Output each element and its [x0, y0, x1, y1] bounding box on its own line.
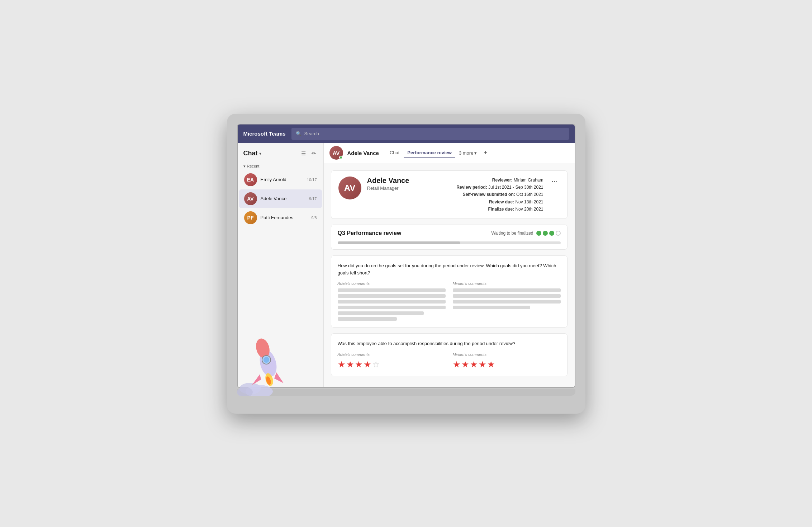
tab-more-label: 3 more	[459, 150, 473, 156]
contact-name-emily: Emily Arnold	[261, 177, 303, 182]
contact-list: EA Emily Arnold 10/17 AV Adele Vance 9/1…	[238, 170, 323, 387]
tab-chat[interactable]: Chat	[386, 148, 403, 158]
star-1: ★	[453, 359, 461, 370]
text-line	[338, 294, 446, 298]
review-period-value: Jul 1st 2021 - Sep 30th 2021	[488, 185, 543, 190]
miriam-comments-col-2: Miriam's comments ★ ★ ★ ★ ★	[453, 352, 561, 370]
miriam-stars: ★ ★ ★ ★ ★	[453, 359, 561, 370]
svg-point-2	[237, 387, 253, 388]
laptop-screen: Microsoft Teams 🔍 Search Chat ▾ ☰ ✏	[237, 124, 575, 388]
chat-title: Chat	[243, 150, 258, 157]
search-icon: 🔍	[296, 131, 301, 136]
person-card-name: Adele Vance	[367, 177, 451, 185]
search-placeholder: Search	[304, 131, 319, 136]
text-line	[338, 300, 446, 304]
adele-label-2: Adele's comments	[338, 352, 446, 357]
miriam-label-1: Miriam's comments	[453, 281, 561, 286]
question-1-section: How did you do on the goals set for you …	[331, 255, 568, 328]
person-card: AV Adele Vance Retail Manager Reviewer: …	[331, 170, 568, 219]
contact-item-patti[interactable]: PF Patti Fernandes 9/8	[239, 208, 322, 227]
review-due-label: Review due:	[489, 199, 514, 204]
text-line	[453, 300, 561, 304]
star-3: ★	[470, 359, 478, 370]
status-dot-4	[556, 231, 561, 236]
reviewer-line: Reviewer: Miriam Graham	[456, 177, 543, 184]
star-5: ★	[487, 359, 495, 370]
chevron-down-icon[interactable]: ▾	[259, 151, 261, 156]
progress-bar	[338, 241, 561, 244]
content-area: AV Adele Vance Chat Performance review 3…	[324, 143, 575, 387]
miriam-label-2: Miriam's comments	[453, 352, 561, 357]
adele-stars: ★ ★ ★ ★ ☆	[338, 359, 446, 370]
miriam-text-lines-1	[453, 288, 561, 309]
q3-status-label: Waiting to be finalized	[492, 231, 533, 236]
self-review-label: Self-review submitted on:	[463, 192, 515, 197]
compose-button[interactable]: ✏	[310, 149, 318, 158]
contact-item-adele[interactable]: AV Adele Vance 9/17	[239, 189, 322, 208]
question-1-text: How did you do on the goals set for you …	[338, 262, 561, 276]
star-2: ★	[461, 359, 469, 370]
sidebar-header: Chat ▾ ☰ ✏	[238, 143, 323, 161]
star-5: ☆	[372, 359, 380, 370]
tab-add-button[interactable]: +	[480, 148, 490, 158]
recent-section-label: ▾ Recent	[238, 161, 323, 170]
star-1: ★	[338, 359, 346, 370]
review-due-value: Nov 13th 2021	[515, 199, 543, 204]
person-card-avatar: AV	[338, 177, 361, 199]
review-period-label: Review period:	[456, 185, 487, 190]
star-3: ★	[355, 359, 363, 370]
self-review-line: Self-review submitted on: Oct 16th 2021	[456, 191, 543, 198]
review-content: AV Adele Vance Retail Manager Reviewer: …	[324, 163, 575, 387]
avatar-emily: EA	[244, 173, 257, 186]
more-options-icon[interactable]: ⋯	[549, 177, 560, 186]
text-line	[453, 294, 561, 298]
finalize-due-label: Finalize due:	[488, 207, 514, 212]
avatar-adele: AV	[244, 192, 257, 205]
question-2-text: Was this employee able to accomplish res…	[338, 340, 561, 347]
main-layout: Chat ▾ ☰ ✏ ▾ Recent EA Emily Arnold	[238, 143, 575, 387]
adele-comments-col-2: Adele's comments ★ ★ ★ ★ ☆	[338, 352, 446, 370]
text-line	[338, 306, 446, 309]
status-dot-2	[543, 231, 548, 236]
app-title: Microsoft Teams	[243, 131, 286, 137]
laptop-frame: Microsoft Teams 🔍 Search Chat ▾ ☰ ✏	[227, 114, 585, 414]
top-bar: Microsoft Teams 🔍 Search	[238, 124, 575, 143]
laptop-base	[237, 389, 575, 396]
tab-performance-review[interactable]: Performance review	[404, 148, 455, 158]
text-line	[338, 311, 424, 315]
q3-card: Q3 Performance review Waiting to be fina…	[331, 225, 568, 250]
contact-date-patti: 9/8	[311, 216, 317, 220]
comments-row-1: Adele's comments	[338, 281, 561, 321]
contact-name-adele: Adele Vance	[261, 196, 306, 201]
sidebar: Chat ▾ ☰ ✏ ▾ Recent EA Emily Arnold	[238, 143, 324, 387]
contact-date-emily: 10/17	[307, 178, 317, 182]
filter-button[interactable]: ☰	[300, 149, 307, 158]
chat-header: AV Adele Vance Chat Performance review 3…	[324, 143, 575, 163]
search-bar[interactable]: 🔍 Search	[291, 128, 569, 140]
review-period-line: Review period: Jul 1st 2021 - Sep 30th 2…	[456, 184, 543, 191]
adele-comments-col-1: Adele's comments	[338, 281, 446, 321]
question-2-section: Was this employee able to accomplish res…	[331, 333, 568, 376]
person-card-role: Retail Manager	[367, 185, 451, 191]
online-status-dot	[339, 156, 343, 159]
q3-title: Q3 Performance review	[338, 230, 402, 236]
finalize-due-value: Nov 20th 2021	[515, 207, 543, 212]
chat-title-row: Chat ▾	[243, 150, 261, 157]
reviewer-value: Miriam Graham	[514, 178, 543, 183]
person-info: Adele Vance Retail Manager	[367, 177, 451, 191]
star-4: ★	[364, 359, 371, 370]
contact-date-adele: 9/17	[309, 197, 317, 201]
status-dots	[536, 231, 561, 236]
q3-header: Q3 Performance review Waiting to be fina…	[331, 225, 567, 241]
reviewer-label: Reviewer:	[492, 178, 513, 183]
review-meta: Reviewer: Miriam Graham Review period: J…	[456, 177, 543, 213]
text-line	[453, 288, 561, 292]
progress-bar-fill	[338, 241, 460, 244]
chevron-down-icon-tab: ▾	[474, 150, 477, 156]
tab-nav: Chat Performance review 3 more ▾ +	[386, 148, 491, 158]
star-2: ★	[346, 359, 354, 370]
tab-more[interactable]: 3 more ▾	[456, 148, 480, 158]
review-due-line: Review due: Nov 13th 2021	[456, 198, 543, 206]
comments-row-2: Adele's comments ★ ★ ★ ★ ☆ Mir	[338, 352, 561, 370]
contact-item-emily[interactable]: EA Emily Arnold 10/17	[239, 170, 322, 189]
